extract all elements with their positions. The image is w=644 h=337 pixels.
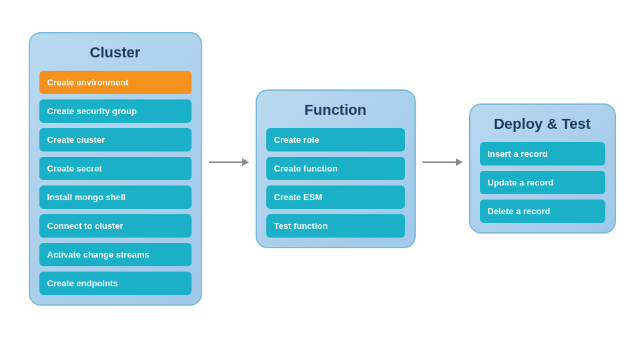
- arrow-2: [422, 158, 462, 166]
- deploy-panel: Deploy & Test Insert a record Update a r…: [469, 103, 616, 234]
- step-update-record[interactable]: Update a record: [480, 171, 605, 194]
- arrow-head-1: [242, 158, 249, 166]
- step-create-security-group[interactable]: Create security group: [39, 99, 192, 123]
- cluster-panel: Cluster Create environment Create securi…: [29, 32, 202, 306]
- diagram: Cluster Create environment Create securi…: [15, 19, 629, 319]
- step-test-function[interactable]: Test function: [266, 214, 405, 238]
- arrow-cluster-to-function: [202, 158, 256, 166]
- function-panel: Function Create role Create function Cre…: [256, 89, 416, 248]
- arrow-1: [209, 158, 249, 166]
- function-title: Function: [304, 101, 366, 119]
- arrow-head-2: [456, 158, 462, 166]
- deploy-title: Deploy & Test: [494, 115, 591, 133]
- step-install-mongo-shell[interactable]: Install mongo shell: [39, 186, 192, 209]
- arrow-line-2: [422, 161, 456, 163]
- step-create-esm[interactable]: Create ESM: [266, 186, 405, 209]
- arrow-function-to-deploy: [416, 158, 469, 166]
- function-column: Function Create role Create function Cre…: [256, 89, 416, 248]
- cluster-column: Cluster Create environment Create securi…: [29, 32, 202, 306]
- deploy-column: Deploy & Test Insert a record Update a r…: [469, 103, 616, 234]
- step-create-endpoints[interactable]: Create endpoints: [39, 272, 192, 295]
- step-insert-record[interactable]: Insert a record: [480, 142, 605, 165]
- step-connect-to-cluster[interactable]: Connect to cluster: [39, 214, 192, 238]
- step-delete-record[interactable]: Delete a record: [480, 200, 605, 223]
- step-create-role[interactable]: Create role: [266, 128, 405, 151]
- cluster-title: Cluster: [90, 44, 141, 61]
- step-create-environment[interactable]: Create environment: [39, 71, 192, 94]
- step-create-function[interactable]: Create function: [266, 157, 405, 180]
- step-activate-change-streams[interactable]: Activate change streams: [39, 243, 192, 266]
- step-create-cluster[interactable]: Create cluster: [39, 128, 192, 151]
- arrow-line-1: [209, 161, 242, 163]
- step-create-secret[interactable]: Create secret: [39, 157, 192, 180]
